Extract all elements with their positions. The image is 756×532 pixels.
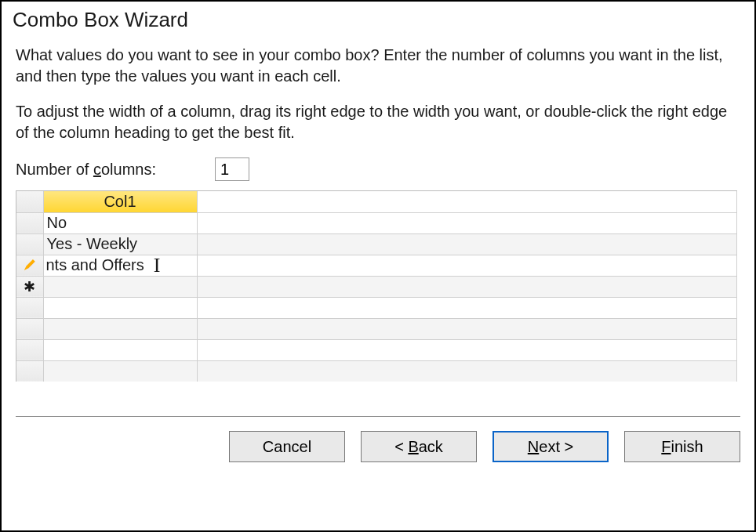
- cancel-button[interactable]: Cancel: [229, 431, 345, 462]
- back-prefix: <: [394, 438, 408, 455]
- row-selector[interactable]: [16, 339, 43, 360]
- row-selector-new[interactable]: ✱: [16, 276, 43, 297]
- num-columns-label-pre: Number of: [16, 161, 93, 178]
- pencil-icon: [24, 259, 35, 270]
- finish-accel: F: [661, 438, 671, 455]
- num-columns-label: Number of columns:: [16, 161, 156, 179]
- num-columns-input[interactable]: [215, 157, 249, 181]
- grid-cell-editing[interactable]: nts and Offers I: [43, 255, 197, 276]
- finish-rest: inish: [671, 438, 703, 455]
- wizard-content: What values do you want to see in your c…: [2, 37, 754, 382]
- back-rest: ack: [419, 438, 443, 455]
- column-header[interactable]: Col1: [43, 191, 197, 212]
- grid-filler: [197, 360, 737, 382]
- row-selector[interactable]: [16, 318, 43, 339]
- num-columns-label-post: olumns:: [101, 161, 156, 178]
- grid-filler: [197, 339, 737, 360]
- grid-filler: [197, 233, 737, 255]
- next-button[interactable]: Next >: [492, 431, 609, 462]
- back-accel: B: [408, 438, 418, 455]
- grid-cell[interactable]: [43, 360, 197, 382]
- text-caret-icon: I: [154, 255, 161, 276]
- row-selector[interactable]: [16, 212, 43, 233]
- cell-editor[interactable]: nts and Offers I: [43, 255, 197, 276]
- next-rest: ext >: [539, 438, 573, 455]
- num-columns-label-accel: c: [93, 161, 101, 178]
- instruction-1: What values do you want to see in your c…: [16, 45, 740, 87]
- values-grid[interactable]: Col1 No Yes - Weekly n: [16, 190, 737, 382]
- wizard-window: Combo Box Wizard What values do you want…: [0, 0, 756, 532]
- grid-corner[interactable]: [16, 191, 43, 212]
- window-title: Combo Box Wizard: [2, 2, 754, 37]
- row-selector[interactable]: [16, 297, 43, 318]
- grid-cell[interactable]: No: [43, 212, 197, 233]
- row-selector-editing[interactable]: [16, 255, 43, 276]
- back-button[interactable]: < Back: [361, 431, 477, 462]
- grid-filler: [197, 191, 737, 212]
- grid-cell[interactable]: Yes - Weekly: [43, 233, 197, 255]
- grid-cell[interactable]: [43, 318, 197, 339]
- row-selector[interactable]: [16, 360, 43, 382]
- button-row: Cancel < Back Next > Finish: [2, 417, 754, 462]
- grid-filler: [197, 318, 737, 339]
- grid-filler: [197, 255, 737, 276]
- grid-cell[interactable]: [43, 297, 197, 318]
- instruction-2: To adjust the width of a column, drag it…: [16, 101, 740, 143]
- num-columns-row: Number of columns:: [16, 157, 740, 181]
- grid-filler: [197, 276, 737, 297]
- grid-filler: [197, 297, 737, 318]
- grid-filler: [197, 212, 737, 233]
- grid-cell[interactable]: [43, 339, 197, 360]
- next-accel: N: [528, 438, 539, 455]
- finish-button[interactable]: Finish: [624, 431, 740, 462]
- cell-editor-text: nts and Offers: [46, 256, 144, 274]
- row-selector[interactable]: [16, 233, 43, 255]
- new-row-icon: ✱: [24, 279, 35, 295]
- grid-cell[interactable]: [43, 276, 197, 297]
